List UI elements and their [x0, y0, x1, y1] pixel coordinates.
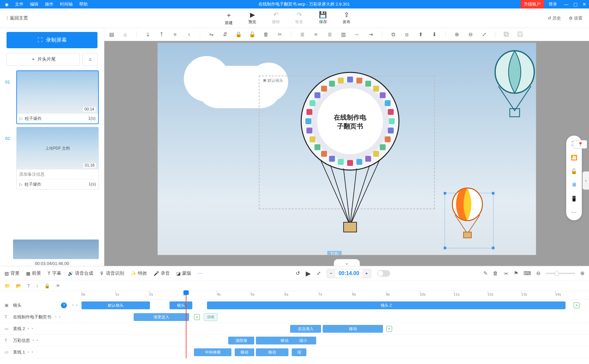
indent-icon[interactable]: ⇥ [367, 31, 374, 38]
scene-card[interactable]: 00:14▷粒子爆炸1(s) [16, 70, 99, 124]
clip[interactable]: 顶部渐 [228, 337, 254, 344]
zoom-out-tl-icon[interactable]: ⊖ [536, 270, 540, 276]
action-保存[interactable]: 💾保存 [319, 11, 327, 26]
home-icon[interactable]: ⌂ [122, 31, 128, 38]
tl-tab-蒙版[interactable]: ◪蒙版 [176, 270, 191, 276]
back-home[interactable]: 〈 返回主页 [4, 15, 28, 21]
track-lane[interactable]: 默认镜头镜头镜头 2＋ [81, 299, 589, 311]
align-top-icon[interactable]: ⤒ [158, 31, 165, 38]
lock-track-icon[interactable]: 🔒 [44, 283, 50, 288]
maximize-button[interactable]: ▢ [571, 2, 580, 7]
close-button[interactable]: ✕ [580, 2, 589, 7]
menu-action[interactable]: 操作 [45, 1, 53, 7]
edge-expand-button[interactable]: ‹ [582, 171, 589, 190]
menu-file[interactable]: 文件 [15, 1, 23, 7]
upgrade-button[interactable]: 升级账户 [521, 0, 544, 8]
dock-camera-icon[interactable]: 🎦 [570, 154, 578, 161]
minimize-button[interactable]: — [562, 2, 571, 7]
menu-timeline[interactable]: 时间轴 [60, 1, 73, 7]
chip[interactable]: 清晰 [204, 313, 217, 321]
track-label[interactable]: ▭直线 2• • [0, 326, 81, 332]
menu-help[interactable]: 帮助 [79, 1, 88, 7]
tl-tab-more[interactable]: ⋯ [198, 270, 202, 276]
group-icon[interactable]: ⧉ [390, 31, 396, 38]
zoom-in-icon[interactable]: ⊕ [453, 31, 460, 38]
unlock-icon[interactable]: 🔓 [249, 31, 256, 38]
edit-icon[interactable]: ✎ [483, 270, 488, 276]
flip-v-icon[interactable]: ⇵ [222, 31, 228, 38]
balloon-selected[interactable] [448, 186, 487, 245]
playhead[interactable] [186, 291, 186, 358]
add-keyframe[interactable]: ＋ [386, 326, 392, 332]
collapse-handle[interactable]: ⌄ [334, 259, 360, 266]
ungroup-icon[interactable]: ⧈ [404, 31, 410, 38]
justify-icon[interactable]: ▥ [340, 31, 346, 38]
tl-tab-前景[interactable]: ▦前景 [26, 270, 41, 276]
crop-icon[interactable]: ✂ [276, 31, 283, 38]
tl-tab-字幕[interactable]: T字幕 [48, 270, 61, 276]
intro-outro-button[interactable]: ＋片头片尾 [7, 53, 80, 66]
dock-more-icon[interactable]: ⋯ [570, 209, 578, 216]
send-back-icon[interactable]: ⬇ [431, 31, 437, 38]
filter-icon[interactable]: ⫘ [503, 270, 508, 276]
record-button[interactable]: ⛶ 录制屏幕 [7, 32, 97, 48]
move-up-icon[interactable]: ↕ [36, 283, 38, 288]
track-lane[interactable]: 中间伸展移动移动缩 [81, 346, 589, 358]
delete-icon[interactable]: 🗑 [263, 31, 269, 38]
play-button[interactable]: ▶ [306, 269, 311, 277]
copy-icon[interactable]: ⿻ [503, 31, 510, 38]
align-center-icon[interactable]: ≡ [313, 31, 319, 38]
lock-icon[interactable]: 🔒 [235, 31, 242, 38]
layers-icon[interactable]: ▤ [108, 31, 115, 38]
scene-strip[interactable] [13, 240, 99, 259]
align-bottom-icon[interactable]: ⤓ [144, 31, 151, 38]
track-lane[interactable]: 左边渐入移动一直显＋ [81, 323, 589, 334]
balloon-main[interactable]: 在线制作电 子翻页书 [295, 69, 405, 239]
tl-tab-录音[interactable]: 🎤录音 [154, 270, 170, 276]
action-新建[interactable]: ＋新建 [225, 11, 233, 26]
expand-icon[interactable]: ⤢ [317, 270, 321, 276]
distribute-icon[interactable]: ⫞ [185, 31, 192, 38]
clip[interactable]: 缩小 [290, 337, 316, 344]
track-label[interactable]: T万彩信息• • [0, 338, 81, 343]
clip[interactable]: 缩 [292, 348, 306, 356]
rewind-icon[interactable]: ↺ [296, 270, 300, 276]
menu-edit[interactable]: 编辑 [30, 1, 38, 7]
spacing-icon[interactable]: ↔ [354, 31, 360, 38]
marker-icon[interactable]: ⚑ [514, 270, 518, 276]
stage[interactable]: ▣ 默认镜头 在线制作电 子翻页书 [158, 43, 536, 255]
settings-button[interactable]: ⚙设置 [569, 15, 582, 21]
dock-unlock-icon[interactable]: 🔓 [570, 167, 578, 175]
align-vcenter-icon[interactable]: ≡ [172, 31, 178, 38]
login-button[interactable]: 登录 [544, 1, 562, 7]
dock-mobile-icon[interactable]: 📱 [570, 195, 578, 202]
track-lane[interactable]: 渐变进入清晰＋ [81, 311, 589, 323]
action-预览[interactable]: ▶预览 [248, 11, 256, 26]
time-plus[interactable]: ＋ [362, 269, 371, 278]
fit-icon[interactable]: ⤢ [481, 31, 487, 38]
clip[interactable]: 默认镜头 [81, 301, 150, 309]
scene-card[interactable]: 上传PDF 文档01:16添加备注信息▷粒子爆炸1(s) [16, 127, 99, 190]
tl-tab-语音识别[interactable]: 🎙语音识别 [100, 270, 124, 276]
clip[interactable]: 渐变进入 [134, 313, 189, 321]
dock-desktop-icon[interactable]: 🖥 [570, 181, 578, 188]
music-button[interactable]: ♫ [82, 53, 97, 66]
time-stepper[interactable]: − 00:14.00 ＋ [327, 269, 371, 278]
align-right-icon[interactable]: ≣ [326, 31, 333, 38]
clip[interactable]: 移动 [323, 325, 383, 333]
history-button[interactable]: ↺历史 [548, 15, 561, 21]
clip[interactable]: 镜头 2 [207, 301, 566, 309]
toggle-switch[interactable] [377, 270, 390, 277]
clip[interactable]: 镜头 [169, 301, 192, 309]
keyboard-icon[interactable]: ⌨ [523, 270, 531, 276]
align-left-icon[interactable]: ≣ [299, 31, 305, 38]
clip[interactable]: 左边渐入 [290, 325, 321, 333]
add-keyframe[interactable]: ＋ [574, 302, 580, 308]
time-ruler[interactable]: 0s1s2s3s4s5s6s7s8s9s10s11s12s13s14s [81, 291, 589, 299]
clip[interactable]: 移动 [256, 348, 288, 356]
folder-add-icon[interactable]: 📂 [16, 283, 22, 288]
bring-front-icon[interactable]: ⬆ [417, 31, 424, 38]
tl-tab-特效[interactable]: ✨特效 [131, 270, 147, 276]
visibility-icon[interactable]: 👁 [56, 283, 60, 288]
tl-tab-背景[interactable]: ▧背景 [5, 270, 20, 276]
